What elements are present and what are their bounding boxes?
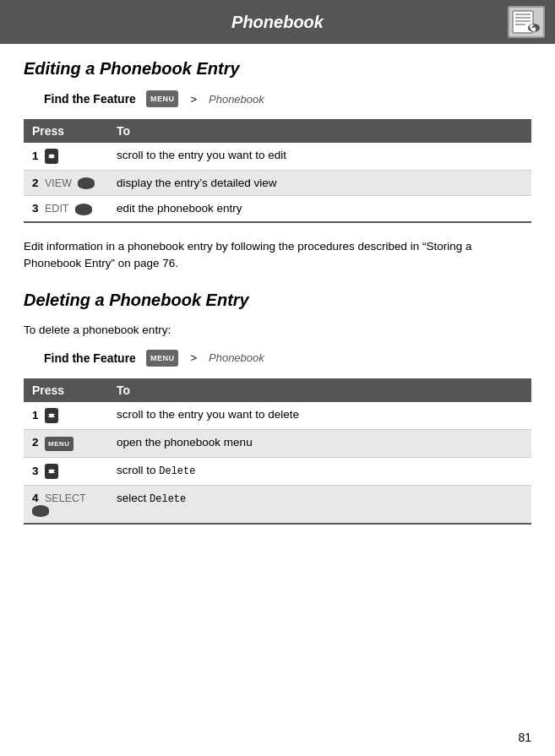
phonebook-svg-icon bbox=[511, 9, 541, 35]
editing-table: Press To 1 scroll to the entry you want … bbox=[24, 119, 531, 223]
page-header: Phonebook bbox=[0, 0, 555, 44]
deleting-row1-to: scroll to the entry you want to delete bbox=[108, 402, 531, 430]
table-row: 1 scroll to the entry you want to edit bbox=[24, 143, 531, 171]
deleting-row3-to: scroll to Delete bbox=[108, 457, 531, 485]
editing-row3-press: 3 EDIT bbox=[24, 196, 108, 222]
deleting-col-press: Press bbox=[24, 378, 108, 402]
deleting-row3-press: 3 bbox=[24, 457, 108, 485]
rocker-icon bbox=[45, 464, 58, 479]
editing-row2-to: display the entry’s detailed view bbox=[108, 171, 531, 196]
svg-rect-3 bbox=[515, 20, 531, 22]
deleting-intro: To delete a phonebook entry: bbox=[24, 322, 531, 339]
delete-mono-2: Delete bbox=[150, 493, 186, 505]
rocker-icon bbox=[45, 149, 58, 164]
editing-col-press: Press bbox=[24, 119, 108, 143]
deleting-row4-press: 4 SELECT bbox=[24, 485, 108, 524]
editing-arrow: > bbox=[190, 93, 197, 106]
table-row: 2 VIEW display the entry’s detailed view bbox=[24, 171, 531, 196]
editing-row1-press: 1 bbox=[24, 143, 108, 171]
deleting-row2-press: 2 MENU bbox=[24, 429, 108, 457]
deleting-title: Deleting a Phonebook Entry bbox=[24, 291, 531, 310]
table-row: 4 SELECT select Delete bbox=[24, 485, 531, 524]
editing-col-to: To bbox=[108, 119, 531, 143]
editing-row3-to: edit the phonebook entry bbox=[108, 196, 531, 222]
deleting-table-header: Press To bbox=[24, 378, 531, 402]
editing-menu-button: MENU bbox=[146, 90, 179, 107]
softkey-icon bbox=[78, 177, 95, 189]
deleting-row2-to: open the phonebook menu bbox=[108, 429, 531, 457]
table-row: 3 scroll to Delete bbox=[24, 457, 531, 485]
editing-paragraph: Edit information in a phonebook entry by… bbox=[24, 238, 531, 273]
deleting-path: Phonebook bbox=[209, 351, 264, 364]
inline-menu-icon: MENU bbox=[45, 437, 73, 451]
deleting-row1-press: 1 bbox=[24, 402, 108, 430]
svg-rect-2 bbox=[515, 17, 531, 19]
deleting-table: Press To 1 scroll to the entry you want … bbox=[24, 378, 531, 525]
table-row: 3 EDIT edit the phonebook entry bbox=[24, 196, 531, 222]
deleting-menu-button: MENU bbox=[146, 350, 179, 367]
editing-section: Editing a Phonebook Entry Find the Featu… bbox=[24, 59, 531, 272]
softkey-icon bbox=[32, 505, 49, 517]
deleting-find-feature: Find the Feature MENU > Phonebook bbox=[44, 350, 531, 367]
svg-rect-4 bbox=[515, 24, 525, 25]
deleting-find-feature-label: Find the Feature bbox=[44, 351, 136, 365]
delete-mono-1: Delete bbox=[159, 465, 195, 477]
deleting-col-to: To bbox=[108, 378, 531, 402]
editing-row1-to: scroll to the entry you want to edit bbox=[108, 143, 531, 171]
editing-find-feature-label: Find the Feature bbox=[44, 92, 136, 106]
header-icon bbox=[508, 6, 545, 38]
editing-title: Editing a Phonebook Entry bbox=[24, 59, 531, 79]
table-row: 1 scroll to the entry you want to delete bbox=[24, 402, 531, 430]
svg-rect-1 bbox=[515, 14, 531, 15]
deleting-row4-to: select Delete bbox=[108, 485, 531, 524]
rocker-icon bbox=[45, 408, 58, 423]
table-row: 2 MENU open the phonebook menu bbox=[24, 429, 531, 457]
editing-table-header: Press To bbox=[24, 119, 531, 143]
deleting-arrow: > bbox=[190, 351, 197, 364]
page-number: 81 bbox=[518, 731, 531, 744]
header-title: Phonebook bbox=[47, 13, 508, 32]
editing-path: Phonebook bbox=[209, 93, 264, 106]
main-content: Editing a Phonebook Entry Find the Featu… bbox=[0, 44, 555, 560]
editing-find-feature: Find the Feature MENU > Phonebook bbox=[44, 90, 531, 107]
editing-row2-press: 2 VIEW bbox=[24, 171, 108, 196]
deleting-section: Deleting a Phonebook Entry To delete a p… bbox=[24, 291, 531, 525]
softkey-icon bbox=[75, 204, 92, 215]
